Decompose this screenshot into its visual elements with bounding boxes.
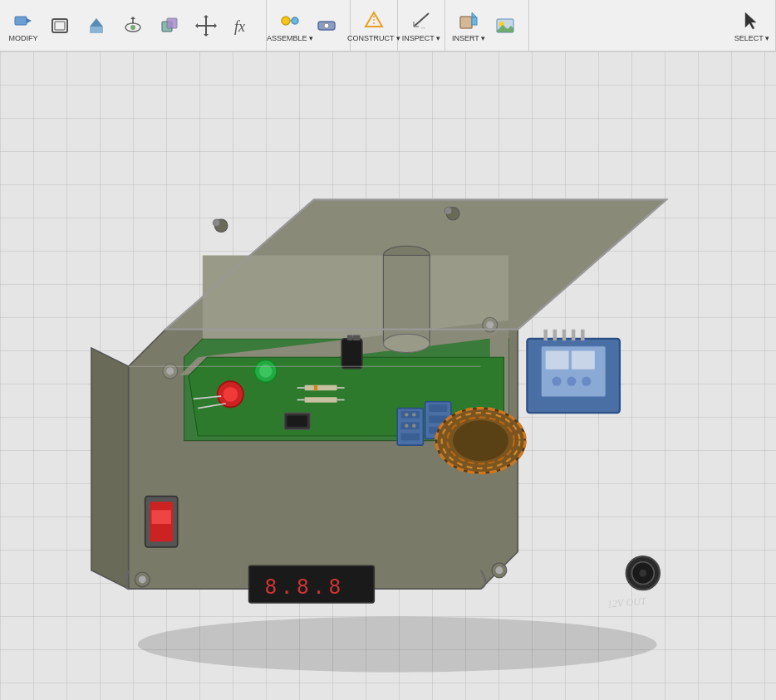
push-pull-label: MODIFY bbox=[9, 34, 38, 42]
svg-rect-103 bbox=[305, 385, 337, 391]
insert-button[interactable]: INSERT ▾ bbox=[450, 1, 487, 51]
svg-point-76 bbox=[405, 413, 408, 416]
toolbar-group-select: SELECT ▾ bbox=[729, 0, 776, 51]
svg-marker-40 bbox=[91, 348, 129, 589]
svg-marker-1 bbox=[27, 18, 32, 23]
shell-button[interactable] bbox=[42, 1, 78, 51]
viewport[interactable]: 8.8.8 12V OUT bbox=[0, 51, 776, 700]
svg-marker-14 bbox=[204, 15, 209, 17]
assemble-label: ASSEMBLE ▾ bbox=[267, 34, 313, 42]
select-button[interactable]: SELECT ▾ bbox=[734, 1, 770, 51]
svg-rect-0 bbox=[15, 17, 27, 25]
svg-rect-71 bbox=[347, 335, 353, 340]
select-label: SELECT ▾ bbox=[734, 34, 769, 42]
svg-point-7 bbox=[130, 25, 135, 30]
svg-point-56 bbox=[213, 219, 220, 227]
svg-rect-99 bbox=[572, 330, 575, 340]
svg-marker-32 bbox=[472, 12, 477, 17]
svg-marker-9 bbox=[130, 17, 135, 19]
svg-rect-75 bbox=[401, 433, 420, 441]
svg-point-79 bbox=[412, 424, 415, 428]
svg-rect-81 bbox=[429, 404, 447, 412]
svg-rect-11 bbox=[167, 18, 177, 28]
svg-point-64 bbox=[223, 387, 238, 402]
combine-button[interactable] bbox=[151, 1, 188, 51]
svg-rect-33 bbox=[472, 17, 477, 25]
svg-rect-3 bbox=[55, 22, 65, 30]
push-pull-button[interactable]: MODIFY bbox=[5, 1, 42, 51]
svg-point-61 bbox=[383, 334, 430, 352]
svg-marker-37 bbox=[745, 12, 756, 29]
toolbar-group-inspect: ↔ INSPECT ▾ bbox=[398, 0, 445, 51]
svg-rect-73 bbox=[401, 411, 420, 419]
svg-point-115 bbox=[139, 575, 146, 583]
svg-marker-16 bbox=[195, 23, 198, 28]
svg-rect-102 bbox=[287, 415, 307, 426]
svg-marker-17 bbox=[214, 23, 217, 28]
toolbar-group-modify: MODIFY bbox=[0, 0, 267, 51]
3dsketch-button[interactable] bbox=[115, 1, 151, 51]
svg-rect-4 bbox=[90, 27, 103, 33]
svg-point-20 bbox=[292, 17, 298, 24]
toolbar-group-assemble: ASSEMBLE ▾ bbox=[267, 0, 351, 51]
svg-rect-74 bbox=[401, 422, 420, 429]
svg-text:↔: ↔ bbox=[420, 25, 426, 31]
toolbar-group-construct: CONSTRUCT ▾ bbox=[351, 0, 398, 51]
svg-point-95 bbox=[582, 377, 591, 386]
svg-point-19 bbox=[282, 17, 290, 25]
assemble-motion-button[interactable] bbox=[308, 1, 345, 51]
svg-rect-96 bbox=[543, 330, 547, 340]
svg-point-58 bbox=[444, 207, 452, 214]
svg-point-113 bbox=[486, 321, 494, 329]
svg-rect-97 bbox=[553, 330, 557, 340]
formula-button[interactable]: fx bbox=[224, 1, 261, 51]
svg-rect-107 bbox=[305, 397, 337, 403]
insert-photo-button[interactable] bbox=[487, 1, 523, 51]
svg-point-23 bbox=[324, 23, 329, 28]
svg-rect-48 bbox=[151, 510, 170, 524]
svg-point-111 bbox=[166, 367, 174, 374]
extrude-button[interactable] bbox=[78, 1, 115, 51]
svg-rect-100 bbox=[581, 330, 584, 340]
svg-point-94 bbox=[567, 377, 576, 386]
svg-point-93 bbox=[552, 377, 561, 386]
toolbar-group-insert: INSERT ▾ bbox=[445, 0, 529, 51]
inspect-label: INSPECT ▾ bbox=[402, 34, 440, 42]
inspect-measure-button[interactable]: ↔ INSPECT ▾ bbox=[403, 1, 440, 51]
svg-text:12V OUT: 12V OUT bbox=[607, 595, 647, 610]
svg-rect-106 bbox=[314, 385, 317, 391]
svg-point-117 bbox=[495, 566, 503, 574]
svg-point-53 bbox=[639, 570, 646, 577]
3d-model: 8.8.8 12V OUT bbox=[0, 51, 776, 700]
svg-rect-98 bbox=[562, 330, 566, 340]
assemble-joint-button[interactable]: ASSEMBLE ▾ bbox=[272, 1, 308, 51]
svg-rect-92 bbox=[572, 350, 595, 369]
toolbar: MODIFY bbox=[0, 0, 776, 51]
svg-point-38 bbox=[138, 617, 657, 673]
svg-rect-70 bbox=[353, 335, 361, 340]
svg-text:fx: fx bbox=[234, 18, 245, 35]
svg-rect-31 bbox=[460, 17, 472, 28]
svg-text:8.8.8: 8.8.8 bbox=[265, 575, 345, 599]
svg-marker-15 bbox=[204, 34, 209, 37]
svg-point-78 bbox=[405, 424, 408, 428]
insert-label: INSERT ▾ bbox=[452, 34, 485, 42]
svg-rect-69 bbox=[341, 339, 362, 369]
svg-marker-5 bbox=[90, 18, 103, 27]
svg-point-77 bbox=[412, 413, 415, 416]
svg-rect-91 bbox=[546, 350, 569, 369]
move-button[interactable] bbox=[188, 1, 224, 51]
construct-label: CONSTRUCT ▾ bbox=[347, 34, 400, 42]
construct-button[interactable]: CONSTRUCT ▾ bbox=[356, 1, 392, 51]
svg-point-85 bbox=[453, 420, 508, 461]
